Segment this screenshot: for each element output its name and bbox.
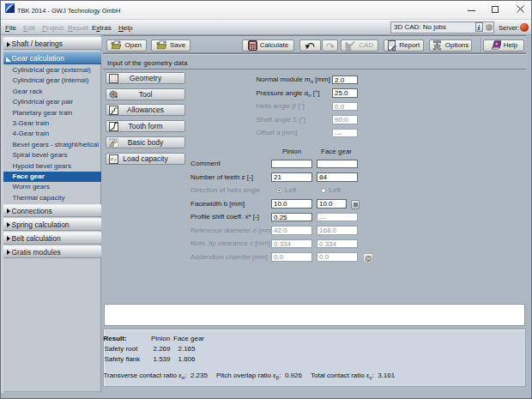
svg-text:F: F bbox=[112, 158, 117, 163]
